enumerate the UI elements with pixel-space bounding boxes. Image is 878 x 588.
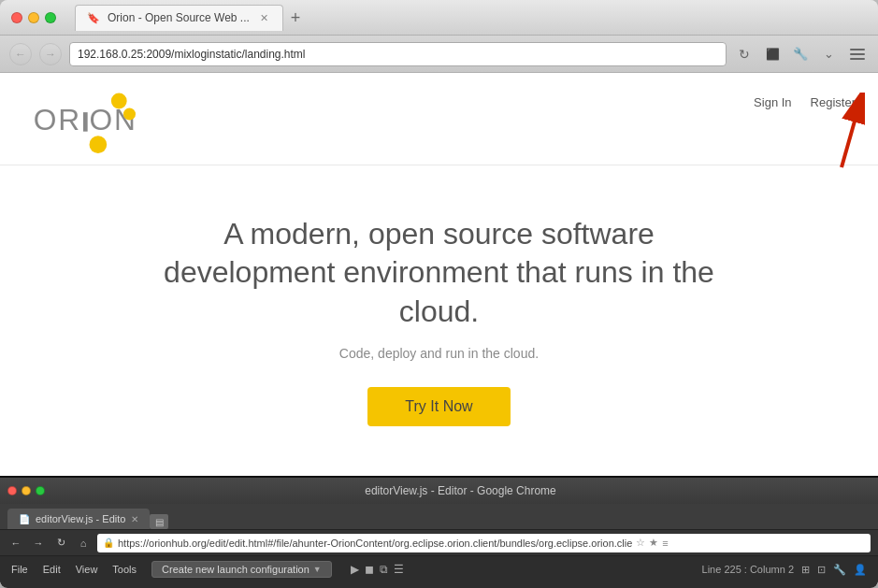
tab-bar: 🔖 Orion - Open Source Web ... ✕ + (75, 5, 867, 31)
bottom-toolbar-icons: ▶ ◼ ⧉ ☰ (351, 563, 404, 576)
extensions-icon[interactable]: 🔧 (790, 44, 811, 65)
bottom-edit-menu[interactable]: Edit (43, 564, 61, 575)
tab-favicon-icon: 🔖 (87, 12, 100, 24)
bottom-url-text: https://orionhub.org/edit/edit.html#/fil… (118, 538, 632, 549)
bottom-status-icon4[interactable]: 👤 (854, 564, 867, 576)
landing-headline: A modern, open source software developme… (150, 215, 729, 332)
svg-text:OR: OR (34, 103, 81, 136)
bottom-run-icon[interactable]: ▶ (351, 563, 359, 576)
svg-point-5 (90, 136, 108, 153)
bottom-bookmark-icon[interactable]: ☆ (636, 537, 645, 549)
content-area: OR ON Sign In (0, 73, 878, 588)
tab-label: Orion - Open Source Web ... (108, 11, 250, 24)
bottom-tab-close-icon[interactable]: ✕ (131, 514, 138, 524)
bottom-address-bar: ← → ↻ ⌂ 🔒 https://orionhub.org/edit/edit… (0, 530, 878, 556)
browser-page: OR ON Sign In (0, 73, 878, 588)
landing-main: A modern, open source software developme… (0, 165, 878, 476)
svg-line-7 (842, 111, 857, 167)
sign-in-link[interactable]: Sign In (754, 95, 791, 109)
bottom-tab-bar: 📄 editorView.js - Edito ✕ ▤ (0, 504, 878, 530)
bottom-url-icons: ☆ ★ ≡ (636, 537, 668, 549)
new-tab-button[interactable]: + (283, 9, 309, 26)
bottom-lock-icon: 🔒 (103, 538, 114, 548)
bottom-status-icon1[interactable]: ⊞ (801, 564, 810, 576)
bottom-list-icon[interactable]: ☰ (394, 563, 404, 576)
bookmark-star-icon[interactable]: ⬛ (762, 44, 783, 65)
landing-page: OR ON Sign In (0, 73, 878, 476)
maximize-button[interactable] (45, 12, 56, 23)
title-bar: 🔖 Orion - Open Source Web ... ✕ + (0, 0, 878, 36)
bottom-title-bar: editorView.js - Editor - Google Chrome (0, 478, 878, 504)
bottom-traffic-lights (7, 486, 45, 495)
bottom-menu-bar: File Edit View Tools Create new launch c… (0, 556, 878, 582)
bottom-tab-label: editorView.js - Edito (36, 513, 125, 524)
close-button[interactable] (11, 12, 22, 23)
bottom-status-icon3[interactable]: 🔧 (833, 564, 846, 576)
bottom-star-icon[interactable]: ★ (649, 537, 658, 549)
bottom-active-tab[interactable]: 📄 editorView.js - Edito ✕ (7, 509, 150, 529)
address-bar: ← → 192.168.0.25:2009/mixloginstatic/lan… (0, 36, 878, 73)
back-button[interactable]: ← (9, 43, 32, 65)
orion-logo-svg: OR ON (22, 88, 144, 153)
active-tab[interactable]: 🔖 Orion - Open Source Web ... ✕ (75, 5, 283, 31)
bottom-url-field[interactable]: 🔒 https://orionhub.org/edit/edit.html#/f… (97, 534, 871, 552)
bottom-forward-button[interactable]: → (30, 535, 47, 552)
forward-button[interactable]: → (39, 43, 62, 65)
bottom-status-bar: Line 225 : Column 2 ⊞ ⊡ 🔧 👤 (702, 564, 867, 576)
try-it-now-button[interactable]: Try It Now (367, 387, 510, 426)
tab-close-icon[interactable]: ✕ (257, 11, 271, 25)
bottom-back-button[interactable]: ← (7, 535, 24, 552)
url-text: 192.168.0.25:2009/mixloginstatic/landing… (78, 48, 306, 61)
bottom-close-button[interactable] (7, 486, 17, 495)
bottom-refresh-button[interactable]: ↻ (52, 535, 69, 552)
bottom-chrome-window: editorView.js - Editor - Google Chrome 📄… (0, 476, 878, 588)
bottom-minimize-button[interactable] (22, 486, 31, 495)
bottom-tab-favicon-icon: 📄 (19, 514, 30, 524)
orion-logo: OR ON (22, 88, 144, 153)
bottom-launch-chevron-icon: ▼ (313, 565, 322, 574)
bottom-line-col-text: Line 225 : Column 2 (702, 564, 794, 575)
traffic-lights (11, 12, 56, 23)
svg-rect-2 (83, 112, 88, 132)
bottom-tab-folder-button[interactable]: ▤ (150, 514, 168, 529)
bottom-maximize-button[interactable] (36, 486, 45, 495)
bottom-file-menu[interactable]: File (11, 564, 28, 575)
chrome-menu-button[interactable] (846, 44, 869, 65)
bottom-menu-icon[interactable]: ≡ (662, 538, 668, 549)
bottom-view-menu[interactable]: View (76, 564, 98, 575)
refresh-button[interactable]: ↻ (734, 44, 755, 65)
bottom-launch-label: Create new launch configuration (162, 564, 309, 575)
bottom-tools-menu[interactable]: Tools (112, 564, 137, 575)
bottom-stop-icon[interactable]: ◼ (365, 563, 374, 576)
bottom-window-title: editorView.js - Editor - Google Chrome (50, 484, 871, 497)
url-field[interactable]: 192.168.0.25:2009/mixloginstatic/landing… (69, 42, 727, 66)
svg-point-3 (111, 93, 127, 109)
addr-extra-icon[interactable]: ⌄ (818, 44, 839, 65)
browser-window: 🔖 Orion - Open Source Web ... ✕ + ← → 19… (0, 0, 878, 588)
minimize-button[interactable] (28, 12, 39, 23)
bottom-link-icon[interactable]: ⧉ (380, 563, 388, 576)
bottom-launch-button[interactable]: Create new launch configuration ▼ (151, 561, 332, 578)
bottom-home-button[interactable]: ⌂ (75, 535, 92, 552)
register-link[interactable]: Register (811, 95, 856, 109)
header-nav: Sign In Register (754, 88, 856, 109)
svg-point-4 (123, 108, 136, 120)
bottom-status-icon2[interactable]: ⊡ (817, 564, 826, 576)
landing-header: OR ON Sign In (0, 73, 878, 165)
landing-subtext: Code, deploy and run in the cloud. (339, 346, 539, 361)
